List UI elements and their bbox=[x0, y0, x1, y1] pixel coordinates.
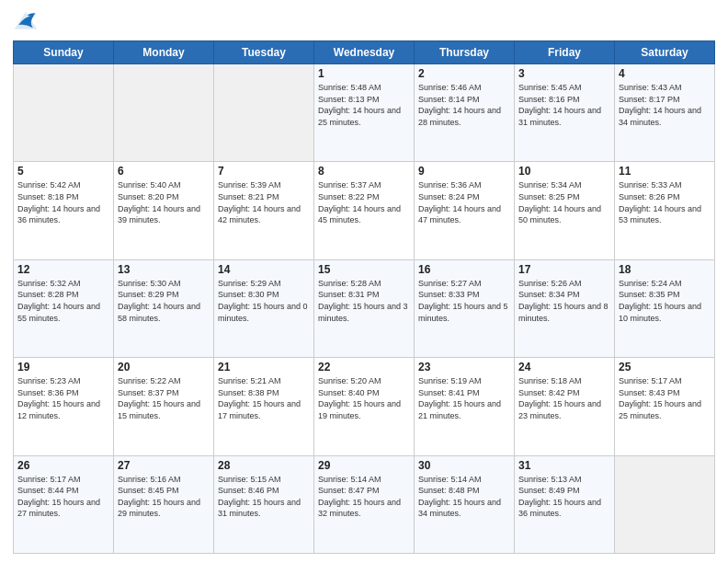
day-number: 17 bbox=[518, 263, 610, 276]
week-row-4: 19Sunrise: 5:23 AMSunset: 8:36 PMDayligh… bbox=[14, 358, 715, 455]
calendar-cell bbox=[114, 64, 214, 162]
day-number: 26 bbox=[17, 459, 109, 472]
calendar-cell bbox=[214, 64, 314, 162]
calendar-cell: 27Sunrise: 5:16 AMSunset: 8:45 PMDayligh… bbox=[114, 455, 214, 553]
day-info: Sunrise: 5:23 AMSunset: 8:36 PMDaylight:… bbox=[17, 375, 109, 421]
day-number: 2 bbox=[418, 67, 510, 80]
day-number: 20 bbox=[118, 361, 210, 373]
calendar-cell: 5Sunrise: 5:42 AMSunset: 8:18 PMDaylight… bbox=[14, 162, 114, 259]
calendar-cell: 18Sunrise: 5:24 AMSunset: 8:35 PMDayligh… bbox=[615, 259, 715, 357]
calendar-cell: 30Sunrise: 5:14 AMSunset: 8:48 PMDayligh… bbox=[415, 455, 515, 553]
day-number: 29 bbox=[318, 459, 410, 472]
col-header-tuesday: Tuesday bbox=[214, 41, 314, 64]
day-info: Sunrise: 5:28 AMSunset: 8:31 PMDaylight:… bbox=[318, 278, 410, 324]
day-info: Sunrise: 5:39 AMSunset: 8:21 PMDaylight:… bbox=[218, 179, 310, 225]
calendar-cell: 1Sunrise: 5:48 AMSunset: 8:13 PMDaylight… bbox=[314, 64, 415, 162]
calendar-cell: 7Sunrise: 5:39 AMSunset: 8:21 PMDaylight… bbox=[214, 162, 314, 259]
day-number: 8 bbox=[318, 165, 410, 178]
day-info: Sunrise: 5:42 AMSunset: 8:18 PMDaylight:… bbox=[17, 179, 109, 225]
col-header-saturday: Saturday bbox=[615, 41, 715, 64]
calendar-cell bbox=[615, 455, 715, 553]
day-number: 18 bbox=[619, 263, 711, 276]
day-number: 11 bbox=[619, 165, 711, 178]
day-info: Sunrise: 5:34 AMSunset: 8:25 PMDaylight:… bbox=[518, 179, 610, 225]
day-info: Sunrise: 5:29 AMSunset: 8:30 PMDaylight:… bbox=[218, 278, 310, 324]
day-info: Sunrise: 5:33 AMSunset: 8:26 PMDaylight:… bbox=[619, 179, 711, 225]
day-number: 28 bbox=[218, 459, 310, 472]
day-number: 19 bbox=[17, 361, 109, 373]
calendar-cell: 8Sunrise: 5:37 AMSunset: 8:22 PMDaylight… bbox=[314, 162, 415, 259]
day-number: 5 bbox=[17, 165, 109, 178]
day-number: 16 bbox=[418, 263, 510, 276]
calendar-cell: 3Sunrise: 5:45 AMSunset: 8:16 PMDaylight… bbox=[515, 64, 615, 162]
calendar-cell: 10Sunrise: 5:34 AMSunset: 8:25 PMDayligh… bbox=[515, 162, 615, 259]
col-header-thursday: Thursday bbox=[415, 41, 515, 64]
day-info: Sunrise: 5:20 AMSunset: 8:40 PMDaylight:… bbox=[318, 375, 410, 421]
day-info: Sunrise: 5:37 AMSunset: 8:22 PMDaylight:… bbox=[318, 179, 410, 225]
calendar-cell: 6Sunrise: 5:40 AMSunset: 8:20 PMDaylight… bbox=[114, 162, 214, 259]
day-number: 22 bbox=[318, 361, 410, 373]
week-row-5: 26Sunrise: 5:17 AMSunset: 8:44 PMDayligh… bbox=[14, 455, 715, 553]
calendar-cell: 14Sunrise: 5:29 AMSunset: 8:30 PMDayligh… bbox=[214, 259, 314, 357]
calendar-cell: 15Sunrise: 5:28 AMSunset: 8:31 PMDayligh… bbox=[314, 259, 415, 357]
calendar-cell: 28Sunrise: 5:15 AMSunset: 8:46 PMDayligh… bbox=[214, 455, 314, 553]
day-info: Sunrise: 5:40 AMSunset: 8:20 PMDaylight:… bbox=[118, 179, 210, 225]
day-info: Sunrise: 5:48 AMSunset: 8:13 PMDaylight:… bbox=[318, 82, 410, 128]
day-number: 23 bbox=[418, 361, 510, 373]
day-info: Sunrise: 5:18 AMSunset: 8:42 PMDaylight:… bbox=[518, 375, 610, 421]
day-info: Sunrise: 5:17 AMSunset: 8:44 PMDaylight:… bbox=[17, 474, 109, 520]
day-number: 4 bbox=[619, 67, 711, 80]
day-info: Sunrise: 5:30 AMSunset: 8:29 PMDaylight:… bbox=[118, 278, 210, 324]
day-info: Sunrise: 5:32 AMSunset: 8:28 PMDaylight:… bbox=[17, 278, 109, 324]
calendar-cell: 12Sunrise: 5:32 AMSunset: 8:28 PMDayligh… bbox=[14, 259, 114, 357]
logo-icon bbox=[13, 9, 39, 35]
day-info: Sunrise: 5:43 AMSunset: 8:17 PMDaylight:… bbox=[619, 82, 711, 128]
day-info: Sunrise: 5:19 AMSunset: 8:41 PMDaylight:… bbox=[418, 375, 510, 421]
day-number: 27 bbox=[118, 459, 210, 472]
calendar-cell: 4Sunrise: 5:43 AMSunset: 8:17 PMDaylight… bbox=[615, 64, 715, 162]
calendar-cell: 19Sunrise: 5:23 AMSunset: 8:36 PMDayligh… bbox=[14, 358, 114, 455]
day-number: 6 bbox=[118, 165, 210, 178]
day-number: 7 bbox=[218, 165, 310, 178]
calendar-cell: 22Sunrise: 5:20 AMSunset: 8:40 PMDayligh… bbox=[314, 358, 415, 455]
col-header-friday: Friday bbox=[515, 41, 615, 64]
calendar-cell: 16Sunrise: 5:27 AMSunset: 8:33 PMDayligh… bbox=[415, 259, 515, 357]
calendar-cell bbox=[14, 64, 114, 162]
calendar-cell: 31Sunrise: 5:13 AMSunset: 8:49 PMDayligh… bbox=[515, 455, 615, 553]
calendar-cell: 24Sunrise: 5:18 AMSunset: 8:42 PMDayligh… bbox=[515, 358, 615, 455]
col-header-wednesday: Wednesday bbox=[314, 41, 415, 64]
day-number: 3 bbox=[518, 67, 610, 80]
day-number: 14 bbox=[218, 263, 310, 276]
calendar-table: SundayMondayTuesdayWednesdayThursdayFrid… bbox=[13, 40, 715, 554]
calendar-cell: 23Sunrise: 5:19 AMSunset: 8:41 PMDayligh… bbox=[415, 358, 515, 455]
day-number: 9 bbox=[418, 165, 510, 178]
week-row-3: 12Sunrise: 5:32 AMSunset: 8:28 PMDayligh… bbox=[14, 259, 715, 357]
day-info: Sunrise: 5:24 AMSunset: 8:35 PMDaylight:… bbox=[619, 278, 711, 324]
day-number: 1 bbox=[318, 67, 410, 80]
day-info: Sunrise: 5:15 AMSunset: 8:46 PMDaylight:… bbox=[218, 474, 310, 520]
day-number: 24 bbox=[518, 361, 610, 373]
logo bbox=[13, 9, 42, 35]
day-info: Sunrise: 5:46 AMSunset: 8:14 PMDaylight:… bbox=[418, 82, 510, 128]
day-info: Sunrise: 5:36 AMSunset: 8:24 PMDaylight:… bbox=[418, 179, 510, 225]
page: SundayMondayTuesdayWednesdayThursdayFrid… bbox=[0, 0, 728, 563]
calendar-cell: 25Sunrise: 5:17 AMSunset: 8:43 PMDayligh… bbox=[615, 358, 715, 455]
week-row-2: 5Sunrise: 5:42 AMSunset: 8:18 PMDaylight… bbox=[14, 162, 715, 259]
calendar-cell: 13Sunrise: 5:30 AMSunset: 8:29 PMDayligh… bbox=[114, 259, 214, 357]
day-number: 21 bbox=[218, 361, 310, 373]
day-info: Sunrise: 5:13 AMSunset: 8:49 PMDaylight:… bbox=[518, 474, 610, 520]
day-number: 10 bbox=[518, 165, 610, 178]
calendar-cell: 11Sunrise: 5:33 AMSunset: 8:26 PMDayligh… bbox=[615, 162, 715, 259]
calendar-cell: 17Sunrise: 5:26 AMSunset: 8:34 PMDayligh… bbox=[515, 259, 615, 357]
col-header-sunday: Sunday bbox=[14, 41, 114, 64]
calendar-cell: 26Sunrise: 5:17 AMSunset: 8:44 PMDayligh… bbox=[14, 455, 114, 553]
calendar-cell: 21Sunrise: 5:21 AMSunset: 8:38 PMDayligh… bbox=[214, 358, 314, 455]
week-row-1: 1Sunrise: 5:48 AMSunset: 8:13 PMDaylight… bbox=[14, 64, 715, 162]
day-info: Sunrise: 5:21 AMSunset: 8:38 PMDaylight:… bbox=[218, 375, 310, 421]
header bbox=[13, 9, 715, 35]
day-info: Sunrise: 5:17 AMSunset: 8:43 PMDaylight:… bbox=[619, 375, 711, 421]
day-number: 30 bbox=[418, 459, 510, 472]
day-number: 12 bbox=[17, 263, 109, 276]
day-number: 15 bbox=[318, 263, 410, 276]
calendar-cell: 2Sunrise: 5:46 AMSunset: 8:14 PMDaylight… bbox=[415, 64, 515, 162]
